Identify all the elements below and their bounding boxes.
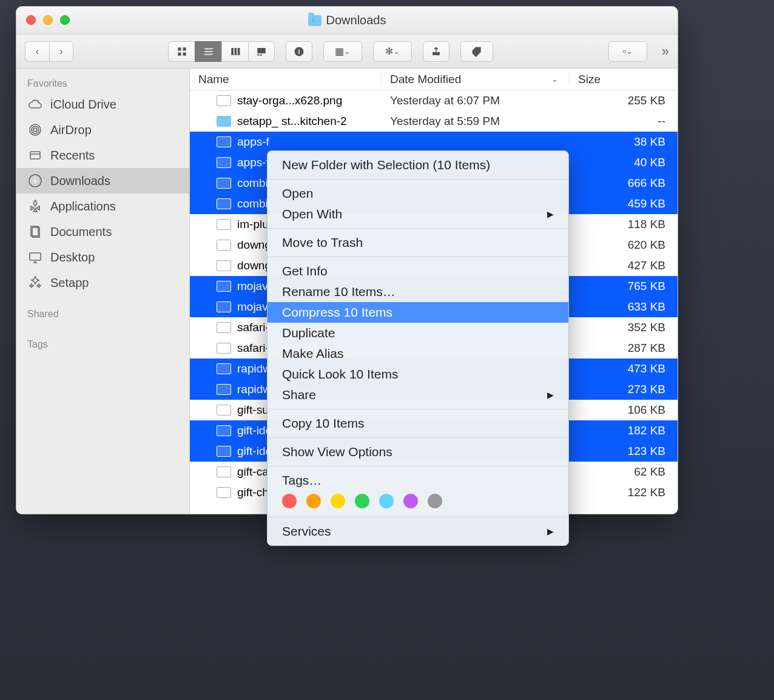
sidebar-item-label: AirDrop <box>50 123 92 137</box>
window-controls <box>26 15 70 25</box>
svg-rect-10 <box>257 48 266 53</box>
menu-get-info[interactable]: Get Info <box>268 261 568 281</box>
column-name[interactable]: Name <box>190 73 382 86</box>
submenu-arrow-icon: ▶ <box>547 209 554 219</box>
file-name: downg <box>237 259 271 272</box>
sidebar-item-docs[interactable]: Documents <box>16 219 189 244</box>
menu-tags-label: Tags… <box>268 470 568 488</box>
svg-rect-4 <box>204 48 213 49</box>
file-size: 427 KB <box>570 259 678 272</box>
minimize-button[interactable] <box>43 15 53 25</box>
menu-view-options[interactable]: Show View Options <box>268 442 568 462</box>
list-view-button[interactable] <box>195 41 221 62</box>
menu-open-with[interactable]: Open With▶ <box>268 204 568 224</box>
tag-color[interactable] <box>306 494 321 508</box>
column-date-modified[interactable]: Date Modified⌄ <box>382 73 570 86</box>
menu-open[interactable]: Open <box>268 183 568 204</box>
file-row[interactable]: apps-f38 KB <box>190 132 678 152</box>
column-view-button[interactable] <box>221 41 248 62</box>
file-icon <box>217 343 231 354</box>
file-name: setapp_ st...kitchen-2 <box>237 115 347 128</box>
file-size: 182 KB <box>570 424 678 437</box>
sidebar-item-label: Setapp <box>50 276 89 290</box>
share-button[interactable] <box>423 41 449 62</box>
menu-rename[interactable]: Rename 10 Items… <box>268 281 568 302</box>
sidebar-item-label: Downloads <box>50 174 110 188</box>
file-icon <box>217 178 231 189</box>
svg-rect-0 <box>178 47 181 50</box>
dropbox-button[interactable]: ▫ ⌄ <box>608 41 647 62</box>
svg-point-16 <box>33 128 37 132</box>
sidebar-item-downloads[interactable]: Downloads <box>16 168 189 194</box>
file-row[interactable]: setapp_ st...kitchen-2Yesterday at 5:59 … <box>190 111 678 132</box>
file-icon <box>217 363 231 374</box>
sidebar-item-desktop[interactable]: Desktop <box>16 244 189 270</box>
sidebar-item-setapp[interactable]: Setapp <box>16 270 189 295</box>
file-icon <box>217 446 231 457</box>
menu-services[interactable]: Services▶ <box>268 521 568 542</box>
file-size: 459 KB <box>570 197 678 210</box>
tag-color[interactable] <box>355 494 369 508</box>
file-name: rapidw <box>237 383 271 396</box>
sidebar-item-label: Documents <box>50 225 112 239</box>
menu-move-to-trash[interactable]: Move to Trash <box>268 232 568 253</box>
file-size: 122 KB <box>570 486 678 499</box>
back-button[interactable]: ‹ <box>25 41 49 62</box>
file-row[interactable]: stay-orga...x628.pngYesterday at 6:07 PM… <box>190 90 678 111</box>
menu-copy[interactable]: Copy 10 Items <box>268 413 568 434</box>
svg-rect-8 <box>234 48 237 55</box>
sidebar-item-apps[interactable]: Applications <box>16 194 189 219</box>
file-icon <box>217 405 231 416</box>
info-button[interactable]: i <box>286 41 312 62</box>
group-button[interactable]: ▦ ⌄ <box>323 41 362 62</box>
file-date: Yesterday at 5:59 PM <box>382 115 570 128</box>
tag-color[interactable] <box>331 494 345 508</box>
file-icon <box>217 198 231 209</box>
zoom-button[interactable] <box>60 15 70 25</box>
svg-rect-7 <box>231 48 234 55</box>
tags-button[interactable] <box>460 41 493 62</box>
tag-color[interactable] <box>403 494 418 508</box>
icon-view-button[interactable] <box>168 41 195 62</box>
menu-quick-look[interactable]: Quick Look 10 Items <box>268 364 568 385</box>
folder-icon <box>308 15 321 26</box>
svg-rect-11 <box>257 54 259 55</box>
file-size: 106 KB <box>570 403 678 417</box>
action-button[interactable]: ✻ ⌄ <box>373 41 412 62</box>
file-size: 765 KB <box>570 280 678 293</box>
sidebar-item-label: iCloud Drive <box>50 98 116 112</box>
menu-make-alias[interactable]: Make Alias <box>268 343 568 364</box>
toolbar-overflow-icon[interactable]: » <box>658 44 669 59</box>
tag-color[interactable] <box>428 494 442 508</box>
tag-color[interactable] <box>282 494 297 508</box>
close-button[interactable] <box>26 15 36 25</box>
submenu-arrow-icon: ▶ <box>547 527 554 536</box>
sort-indicator-icon: ⌄ <box>551 75 558 84</box>
forward-button[interactable]: › <box>49 41 73 62</box>
menu-share[interactable]: Share▶ <box>268 385 568 405</box>
tag-color[interactable] <box>379 494 394 508</box>
column-size[interactable]: Size <box>570 73 678 86</box>
menu-new-folder-selection[interactable]: New Folder with Selection (10 Items) <box>268 155 568 175</box>
file-size: 620 KB <box>570 238 678 252</box>
file-name: rapidw <box>237 362 271 375</box>
svg-rect-12 <box>260 54 262 55</box>
file-icon <box>217 322 231 333</box>
sidebar-item-recents[interactable]: Recents <box>16 143 189 168</box>
folder-icon <box>217 116 231 127</box>
file-icon <box>217 425 231 436</box>
sidebar-header-tags: Tags <box>16 334 189 352</box>
sidebar-item-airdrop[interactable]: AirDrop <box>16 117 189 143</box>
column-headers: Name Date Modified⌄ Size <box>190 69 678 90</box>
file-name: stay-orga...x628.png <box>237 94 342 107</box>
file-icon <box>217 157 231 168</box>
sidebar-item-cloud[interactable]: iCloud Drive <box>16 92 189 117</box>
file-name: downg <box>237 238 271 252</box>
menu-compress[interactable]: Compress 10 Items <box>268 302 568 323</box>
file-size: 255 KB <box>570 94 678 107</box>
menu-duplicate[interactable]: Duplicate <box>268 323 568 343</box>
svg-point-15 <box>478 49 479 50</box>
file-icon <box>217 136 231 147</box>
gallery-view-button[interactable] <box>248 41 275 62</box>
svg-rect-3 <box>183 52 186 55</box>
